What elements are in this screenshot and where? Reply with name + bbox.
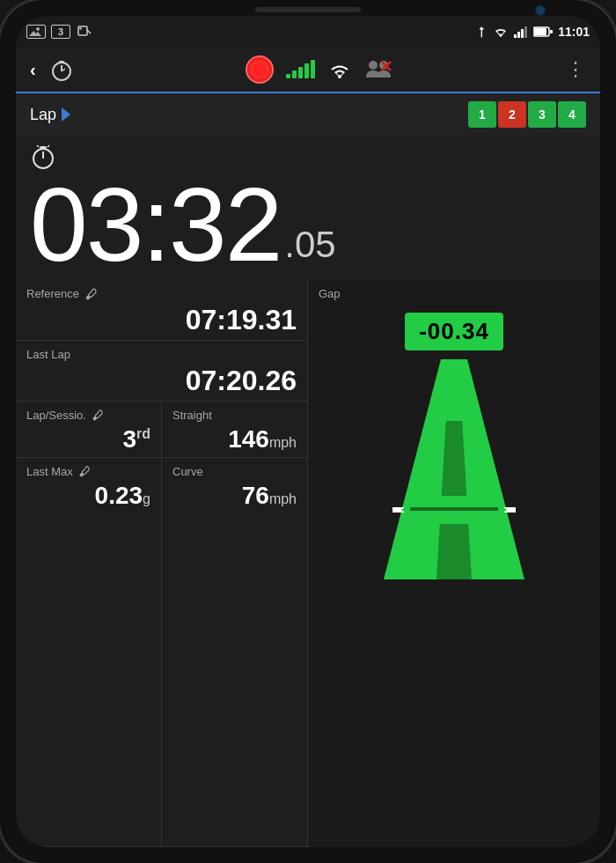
people-icon bbox=[364, 58, 392, 81]
svg-rect-30 bbox=[79, 473, 84, 477]
lap-tabs[interactable]: 1 2 3 4 bbox=[468, 101, 586, 128]
lap-tab-4[interactable]: 4 bbox=[558, 101, 586, 128]
wifi-icon bbox=[327, 60, 352, 79]
gap-label: Gap bbox=[308, 280, 351, 304]
channel-icon: 3 bbox=[51, 25, 70, 39]
wrench-icon bbox=[84, 288, 97, 300]
back-icon[interactable]: ‹ bbox=[30, 60, 36, 80]
bluetooth-icon: ⭡ bbox=[476, 26, 488, 39]
toolbar-center bbox=[246, 55, 392, 84]
svg-point-6 bbox=[500, 34, 502, 37]
data-left-column: Reference 07:19.31 Last Lap 07:20.26 bbox=[16, 280, 308, 847]
track-visualization: -00.34 bbox=[308, 304, 600, 847]
lap-tab-2[interactable]: 2 bbox=[498, 101, 526, 128]
stopwatch-icon bbox=[50, 58, 73, 81]
svg-rect-13 bbox=[550, 30, 553, 33]
lap-label-wrap: Lap bbox=[30, 106, 70, 124]
lap-session-panel: Lap/Sessio. 3rd bbox=[16, 402, 162, 457]
curve-label: Curve bbox=[172, 465, 297, 478]
straight-label: Straight bbox=[172, 409, 297, 422]
svg-rect-28 bbox=[85, 295, 91, 300]
lap-session-wrench-icon bbox=[92, 409, 103, 421]
phone-camera bbox=[535, 5, 546, 16]
track-svg bbox=[384, 350, 524, 579]
svg-point-2 bbox=[36, 27, 40, 31]
last-lap-value: 07:20.26 bbox=[26, 365, 297, 397]
timer-decimal-value: .05 bbox=[284, 224, 335, 266]
reference-panel: Reference 07:19.31 bbox=[16, 280, 307, 341]
gap-value: -00.34 bbox=[405, 313, 503, 350]
svg-rect-40 bbox=[444, 359, 465, 421]
last-lap-label: Last Lap bbox=[26, 348, 297, 361]
svg-marker-1 bbox=[29, 31, 41, 36]
svg-rect-8 bbox=[517, 32, 520, 38]
svg-rect-39 bbox=[410, 507, 498, 511]
last-max-wrench-icon bbox=[78, 466, 90, 477]
record-button[interactable] bbox=[246, 55, 274, 84]
svg-line-27 bbox=[48, 145, 49, 147]
straight-value: 146mph bbox=[172, 425, 297, 454]
status-time: 11:01 bbox=[558, 25, 590, 39]
signal-icon bbox=[514, 26, 528, 38]
timer-section: 03:32 .05 bbox=[16, 136, 600, 280]
reference-value: 07:19.31 bbox=[26, 304, 297, 336]
last-max-curve-panels: Last Max 0.23g Curve bbox=[16, 458, 307, 847]
toolbar-left: ‹ bbox=[30, 58, 73, 81]
last-max-label: Last Max bbox=[26, 465, 150, 478]
svg-rect-12 bbox=[534, 28, 546, 35]
reference-label: Reference bbox=[26, 287, 297, 300]
data-right-column: Gap -00.34 bbox=[308, 280, 600, 847]
wifi-status-icon bbox=[493, 26, 509, 38]
signal-strength-icon bbox=[286, 61, 315, 78]
status-icons-right: ⭡ bbox=[476, 25, 590, 39]
curve-value: 76mph bbox=[172, 482, 297, 510]
status-bar: 3 ⭡ bbox=[16, 16, 600, 48]
data-row: Reference 07:19.31 Last Lap 07:20.26 bbox=[16, 280, 600, 847]
straight-panel: Straight 146mph bbox=[162, 402, 307, 457]
svg-rect-3 bbox=[78, 26, 87, 35]
bottom-panels: Lap/Sessio. 3rd Straight bbox=[16, 402, 307, 458]
svg-rect-29 bbox=[92, 417, 97, 421]
tag-icon bbox=[76, 25, 93, 39]
last-lap-panel: Last Lap 07:20.26 bbox=[16, 341, 307, 402]
svg-rect-7 bbox=[514, 34, 517, 38]
svg-rect-25 bbox=[40, 146, 47, 149]
lap-triangle-icon bbox=[62, 107, 70, 122]
phone-frame: 3 ⭡ bbox=[0, 0, 616, 863]
svg-point-18 bbox=[338, 75, 341, 78]
timer-main-value: 03:32 bbox=[30, 173, 281, 277]
app-toolbar: ‹ bbox=[16, 48, 600, 93]
battery-icon bbox=[533, 26, 553, 37]
lap-tab-3[interactable]: 3 bbox=[528, 101, 556, 128]
lap-session-value: 3rd bbox=[26, 425, 150, 454]
svg-rect-10 bbox=[524, 26, 527, 38]
more-options-icon[interactable]: ⋮ bbox=[566, 58, 586, 81]
svg-line-26 bbox=[37, 145, 39, 147]
last-max-value: 0.23g bbox=[26, 482, 150, 510]
curve-panel: Curve 76mph bbox=[162, 458, 307, 846]
image-status-icon bbox=[26, 25, 46, 39]
lap-tab-1[interactable]: 1 bbox=[468, 101, 496, 128]
last-max-panel: Last Max 0.23g bbox=[16, 458, 162, 846]
lap-header: Lap 1 2 3 4 bbox=[16, 93, 600, 136]
phone-notch bbox=[255, 7, 361, 12]
lap-label: Lap bbox=[30, 106, 56, 124]
svg-rect-9 bbox=[521, 29, 524, 38]
phone-screen: 3 ⭡ bbox=[16, 16, 600, 847]
svg-rect-17 bbox=[59, 61, 64, 63]
svg-point-4 bbox=[79, 27, 81, 29]
timer-display: 03:32 .05 bbox=[30, 173, 586, 277]
lap-session-label: Lap/Sessio. bbox=[26, 409, 150, 422]
svg-point-19 bbox=[369, 61, 378, 70]
status-icons-left: 3 bbox=[26, 25, 93, 39]
